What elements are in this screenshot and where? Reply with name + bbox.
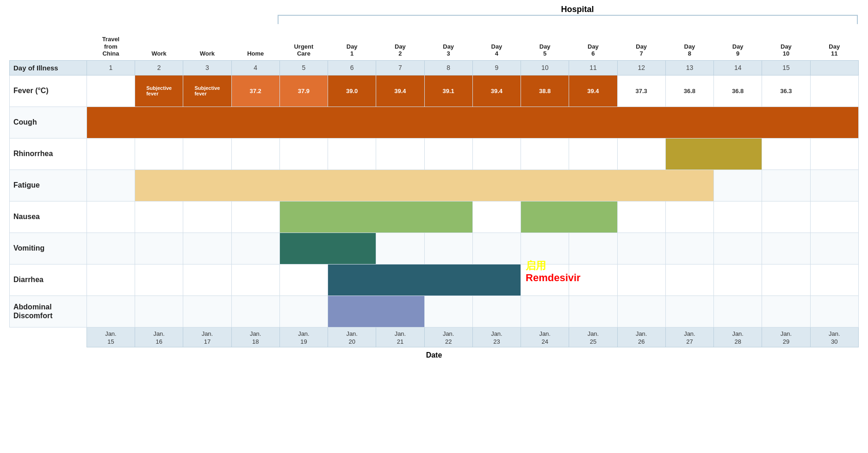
doi-12: 12 — [617, 60, 665, 75]
date-10: Jan.25 — [569, 327, 617, 347]
cough-label: Cough — [10, 107, 87, 138]
date-9: Jan.24 — [521, 327, 569, 347]
nausea-row: Nausea — [10, 201, 859, 233]
date-11: Jan.26 — [617, 327, 665, 347]
vom-c11 — [617, 233, 665, 264]
rhin-c3 — [231, 138, 279, 170]
doi-5: 5 — [279, 60, 328, 75]
dia-c1 — [135, 264, 183, 296]
abd-c4 — [279, 296, 328, 327]
nau-c1 — [135, 201, 183, 233]
fever-label: Fever (°C) — [10, 75, 87, 107]
chart-container: Hospital TravelfromChina — [0, 0, 868, 453]
dia-c5 — [328, 264, 521, 296]
phase-day11: Day11 — [810, 35, 858, 60]
date-12: Jan.27 — [665, 327, 713, 347]
nau-c14 — [762, 201, 810, 233]
fever-col3: 37.2 — [231, 75, 279, 107]
main-table: TravelfromChina Work Work Home UrgentCar… — [9, 35, 859, 347]
vom-c7 — [424, 233, 472, 264]
fever-val14: 36.3 — [762, 76, 810, 107]
rhin-c5 — [328, 138, 376, 170]
date-6: Jan.21 — [376, 327, 424, 347]
nau-c0 — [87, 201, 135, 233]
hospital-bracket — [278, 15, 858, 24]
fever-col5: 39.0 — [328, 75, 376, 107]
rhin-c9 — [521, 138, 569, 170]
rhin-c15 — [810, 138, 858, 170]
doi-1: 1 — [87, 60, 135, 75]
nau-c13 — [714, 201, 762, 233]
phase-work1: Work — [135, 35, 183, 60]
abd-c5 — [328, 296, 425, 327]
date-5: Jan.20 — [328, 327, 376, 347]
date-15: Jan.30 — [810, 327, 858, 347]
fever-col12: 36.8 — [665, 75, 713, 107]
fat-c14 — [762, 170, 810, 201]
fever-val8: 39.4 — [473, 76, 521, 107]
doi-3: 3 — [183, 60, 231, 75]
fever-col13: 36.8 — [714, 75, 762, 107]
fever-col2: Subjectivefever — [183, 75, 231, 107]
doi-9: 9 — [472, 60, 521, 75]
rhinorrhea-label: Rhinorrhea — [10, 138, 87, 170]
fat-c1 — [135, 170, 714, 201]
rhin-c8 — [472, 138, 521, 170]
hospital-label: Hospital — [296, 5, 859, 14]
date-14: Jan.29 — [762, 327, 810, 347]
rhin-c0 — [87, 138, 135, 170]
fever-col4: 37.9 — [279, 75, 328, 107]
vomiting-label: Vomiting — [10, 233, 87, 264]
nau-c9 — [521, 201, 618, 233]
fever-val11: 37.3 — [618, 76, 665, 107]
cough-row: Cough — [10, 107, 859, 138]
fever-col1: Subjectivefever — [135, 75, 183, 107]
abd-c7 — [424, 296, 472, 327]
phase-day5: Day5 — [521, 35, 569, 60]
abd-c12 — [665, 296, 713, 327]
fever-val3: 37.2 — [232, 76, 279, 107]
fever-col9: 38.8 — [521, 75, 569, 107]
nausea-label: Nausea — [10, 201, 87, 233]
fever-val7: 39.1 — [425, 76, 472, 107]
abd-c15 — [810, 296, 858, 327]
fever-row: Fever (°C) Subjectivefever Subjectivefev… — [10, 75, 859, 107]
vom-c14 — [762, 233, 810, 264]
abd-c13 — [714, 296, 762, 327]
date-4: Jan.19 — [279, 327, 328, 347]
vom-c8 — [472, 233, 521, 264]
date-0: Jan.15 — [87, 327, 135, 347]
fatigue-label: Fatigue — [10, 170, 87, 201]
doi-2: 2 — [135, 60, 183, 75]
abd-c8 — [472, 296, 521, 327]
date-1: Jan.16 — [135, 327, 183, 347]
rhin-c7 — [424, 138, 472, 170]
fever-val4: 37.9 — [280, 76, 328, 107]
fever-val13: 36.8 — [714, 76, 762, 107]
dia-c14 — [762, 264, 810, 296]
diarrhea-label: Diarrhea — [10, 264, 87, 296]
rhin-c4 — [279, 138, 328, 170]
fatigue-row: Fatigue — [10, 170, 859, 201]
fat-c15 — [810, 170, 858, 201]
diarrhea-row: Diarrhea 启用Remdesivir — [10, 264, 859, 296]
phase-day4: Day4 — [472, 35, 521, 60]
vom-c0 — [87, 233, 135, 264]
vom-c13 — [714, 233, 762, 264]
fever-col0 — [87, 75, 135, 107]
rhin-c14 — [762, 138, 810, 170]
date-2: Jan.17 — [183, 327, 231, 347]
vomiting-row: Vomiting — [10, 233, 859, 264]
phase-day9: Day9 — [714, 35, 762, 60]
fever-col14: 36.3 — [762, 75, 810, 107]
vom-c15 — [810, 233, 858, 264]
doi-10: 10 — [521, 60, 569, 75]
phase-day7: Day7 — [617, 35, 665, 60]
vom-c6 — [376, 233, 424, 264]
vom-c12 — [665, 233, 713, 264]
abd-c9 — [521, 296, 569, 327]
rhin-c1 — [135, 138, 183, 170]
abd-c11 — [617, 296, 665, 327]
abd-c0 — [87, 296, 135, 327]
doi-11: 11 — [569, 60, 617, 75]
